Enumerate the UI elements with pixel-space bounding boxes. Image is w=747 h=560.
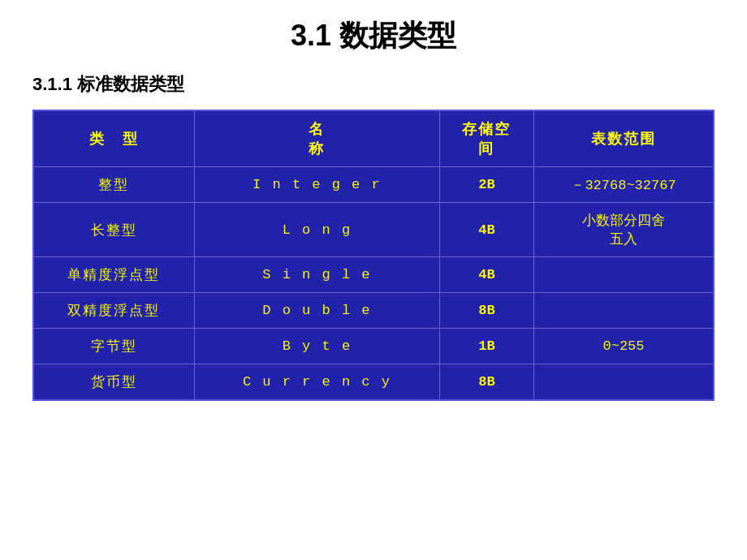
cell-name-byte: B y t e [194, 329, 439, 364]
cell-type-integer: 整型 [33, 167, 194, 203]
cell-size-single: 4B [439, 257, 533, 293]
cell-size-long: 4B [439, 203, 533, 257]
cell-name-integer: I n t e g e r [194, 167, 439, 203]
cell-type-long: 长整型 [33, 203, 194, 257]
cell-type-byte: 字节型 [33, 329, 194, 364]
cell-name-single: S i n g l e [194, 257, 439, 293]
table-row: 字节型 B y t e 1B 0~255 [33, 329, 714, 364]
table-row: 货币型 C u r r e n c y 8B [33, 364, 714, 401]
page-container: 3.1 数据类型 3.1.1 标准数据类型 类 型 名称 存储空间 表数范围 整… [0, 0, 747, 560]
col-header-type: 类 型 [33, 110, 194, 167]
table-row: 整型 I n t e g e r 2B －32768~32767 [33, 167, 714, 203]
table-row: 双精度浮点型 D o u b l e 8B [33, 293, 714, 329]
col-header-name: 名称 [194, 110, 439, 167]
cell-name-long: L o n g [194, 203, 439, 257]
cell-size-currency: 8B [439, 364, 533, 401]
col-header-range: 表数范围 [534, 110, 714, 167]
page-title: 3.1 数据类型 [32, 16, 715, 56]
cell-range-double [534, 293, 714, 329]
table-row: 长整型 L o n g 4B 小数部分四舍五入 [33, 203, 714, 257]
cell-range-currency [534, 364, 714, 401]
cell-size-double: 8B [439, 293, 533, 329]
cell-name-currency: C u r r e n c y [194, 364, 439, 401]
cell-range-integer: －32768~32767 [534, 167, 714, 203]
cell-size-integer: 2B [439, 167, 533, 203]
table-header-row: 类 型 名称 存储空间 表数范围 [33, 110, 714, 167]
cell-range-single [534, 257, 714, 293]
cell-range-byte: 0~255 [534, 329, 714, 364]
cell-type-currency: 货币型 [33, 364, 194, 401]
cell-name-double: D o u b l e [194, 293, 439, 329]
cell-size-byte: 1B [439, 329, 533, 364]
col-header-size: 存储空间 [439, 110, 533, 167]
cell-type-single: 单精度浮点型 [33, 257, 194, 293]
section-title: 3.1.1 标准数据类型 [32, 72, 715, 97]
table-row: 单精度浮点型 S i n g l e 4B [33, 257, 714, 293]
cell-range-long: 小数部分四舍五入 [534, 203, 714, 257]
data-table: 类 型 名称 存储空间 表数范围 整型 I n t e g e r 2B －32… [32, 110, 715, 401]
cell-type-double: 双精度浮点型 [33, 293, 194, 329]
